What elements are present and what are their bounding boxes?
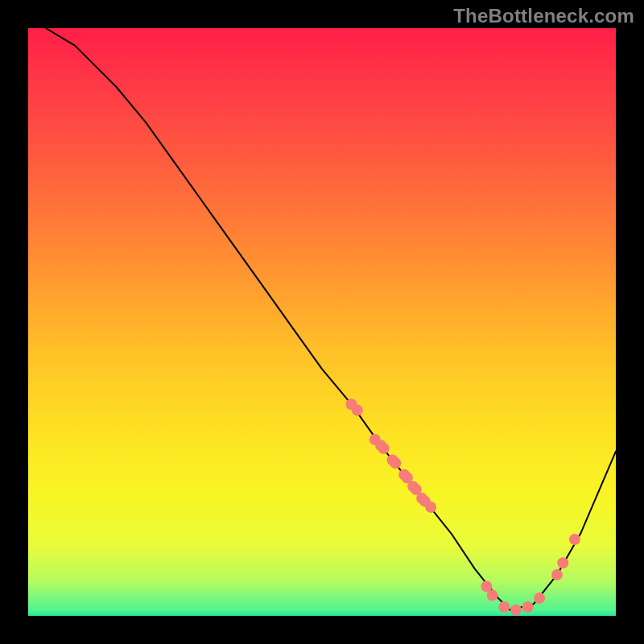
sample-point (498, 601, 510, 613)
sample-point (378, 443, 390, 454)
watermark-text: TheBottleneck.com (453, 5, 634, 27)
sample-point (390, 457, 401, 469)
plot-area (28, 28, 616, 616)
sample-point (569, 534, 580, 545)
chart-svg (28, 28, 616, 616)
sample-point (557, 557, 568, 568)
sample-point (534, 592, 545, 604)
chart-container: TheBottleneck.com (0, 0, 644, 644)
bottleneck-curve (46, 28, 616, 610)
sample-point (522, 601, 534, 613)
sample-point (510, 605, 522, 616)
sample-point (352, 405, 363, 416)
sample-point (551, 569, 563, 580)
sample-point (425, 502, 436, 513)
sample-point (487, 589, 498, 601)
